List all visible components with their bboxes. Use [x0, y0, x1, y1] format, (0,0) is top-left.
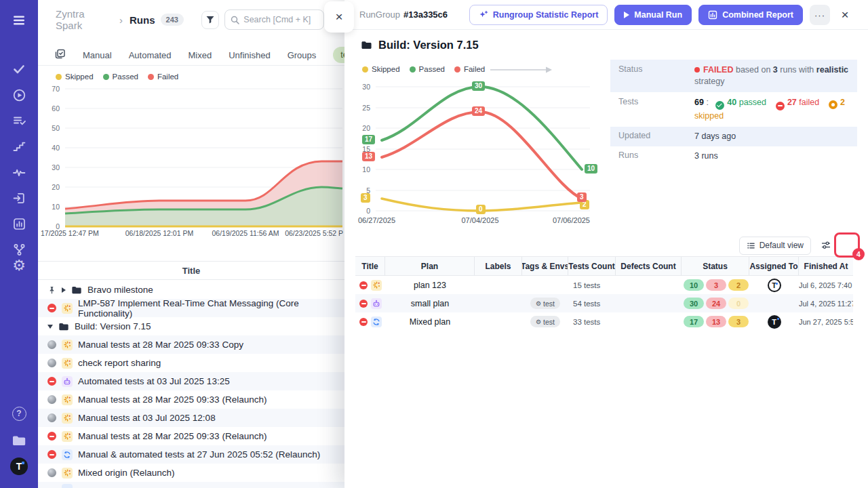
run-row-partial[interactable]	[38, 482, 344, 488]
close-drawer-button[interactable]: ×	[837, 5, 853, 25]
play-icon	[624, 12, 629, 18]
rungroup-trend-chart: Skipped Passed Failed 30 25 20 15 10 5 0	[351, 63, 604, 232]
status-label: Status	[618, 64, 694, 87]
y-tick: 30	[41, 163, 60, 171]
run-row[interactable]: check report sharing	[38, 354, 344, 372]
tab-mixed[interactable]: Mixed	[189, 50, 212, 60]
plan-name[interactable]: Mixed plan	[385, 317, 475, 327]
chevron-down-icon[interactable]	[47, 325, 53, 329]
manual-run-icon	[62, 358, 73, 369]
assignee-avatar[interactable]: T	[768, 315, 781, 329]
run-row[interactable]: Manual tests at 28 Mar 2025 09:33 Copy	[38, 336, 344, 354]
run-row[interactable]: LMP-587 Implement Real-Time Chat Messagi…	[38, 299, 344, 317]
gear-icon[interactable]: ⚙	[0, 255, 38, 277]
run-title: Manual tests at 28 Mar 2025 09:33 (Relau…	[78, 394, 267, 405]
col-finished-at[interactable]: Finished At	[799, 257, 853, 275]
tab-groups[interactable]: Groups	[288, 50, 317, 60]
updated-label: Updated	[618, 131, 694, 142]
tab-test-work-pill[interactable]: test work	[333, 47, 344, 63]
search-box[interactable]	[224, 9, 324, 30]
help-icon[interactable]: ?	[0, 404, 38, 423]
run-row[interactable]: Automated tests at 03 Jul 2025 13:25	[38, 372, 344, 390]
check-icon[interactable]	[0, 60, 38, 79]
tag-chip[interactable]: ⚙test	[530, 298, 560, 309]
play-circle-icon[interactable]	[0, 85, 38, 104]
tab-select-icon[interactable]	[54, 48, 66, 62]
tab-manual[interactable]: Manual	[83, 50, 112, 60]
run-row[interactable]: Mixed origin (Relaunch)	[38, 464, 344, 482]
sidebar: ⚙ ? T	[0, 0, 38, 488]
skipped-dot-icon	[829, 100, 837, 109]
activity-icon[interactable]	[0, 163, 38, 182]
table-view-bar: Default view	[344, 236, 857, 255]
steps-icon[interactable]	[0, 137, 38, 156]
table-row[interactable]: Mixed plan ⚙test 33 tests 17 13 3 T Jun …	[355, 312, 853, 331]
run-row[interactable]: Manual tests at 03 Jul 2025 12:08	[38, 409, 344, 427]
menu-icon[interactable]	[0, 11, 38, 30]
run-row[interactable]: Manual & automated tests at 27 Jun 2025 …	[38, 445, 344, 464]
status-pills: 30 24 0	[682, 298, 749, 309]
detail-tests-row: Tests 69 : 40 passed 27 failed 2 skipped	[610, 92, 857, 127]
combined-report-button[interactable]: Combined Report	[698, 5, 803, 25]
y-tick: 70	[41, 85, 60, 93]
manual-run-icon	[62, 303, 73, 314]
plan-name[interactable]: plan 123	[385, 281, 475, 290]
manual-run-icon	[62, 413, 73, 424]
point-label-passed: 30	[472, 81, 485, 91]
col-status[interactable]: Status	[682, 257, 749, 275]
col-title[interactable]: Title	[355, 257, 385, 275]
panel-close-button[interactable]: ×	[324, 1, 354, 33]
tests-value: 69 : 40 passed 27 failed 2 skipped	[694, 97, 845, 122]
tab-unfinished[interactable]: Unfinished	[229, 50, 270, 60]
col-plan[interactable]: Plan	[385, 257, 475, 275]
run-row[interactable]: Manual tests at 28 Mar 2025 09:33 (Relau…	[38, 390, 344, 409]
tag-chip[interactable]: ⚙test	[530, 316, 560, 327]
assignee-avatar[interactable]: T	[768, 279, 781, 292]
failed-status-icon	[359, 318, 368, 326]
failed-pill: 13	[706, 316, 726, 327]
breadcrumb-project[interactable]: Zyntra Spark	[56, 8, 113, 31]
col-tags-envs[interactable]: Tags & Envs	[522, 257, 568, 275]
chevron-right-icon[interactable]	[62, 287, 66, 293]
sign-in-icon[interactable]	[0, 188, 38, 207]
tab-automated[interactable]: Automated	[129, 50, 172, 60]
default-view-button[interactable]: Default view	[739, 237, 811, 255]
col-tests-count[interactable]: Tests Count	[568, 257, 616, 275]
run-group-row[interactable]: Build: Version 7.15	[38, 317, 344, 336]
manual-run-button[interactable]: Manual Run	[614, 5, 692, 25]
x-tick: 07/06/2025	[536, 216, 590, 224]
user-avatar[interactable]: T	[0, 457, 38, 476]
y-tick: 30	[353, 83, 370, 91]
failed-dot	[454, 66, 460, 73]
statistic-report-button[interactable]: Rungroup Statistic Report	[469, 5, 608, 25]
folder-icon[interactable]	[0, 431, 38, 450]
legend-arrow	[490, 67, 552, 73]
more-actions-button[interactable]: ···	[810, 5, 830, 25]
run-title: Automated tests at 03 Jul 2025 13:25	[78, 376, 230, 386]
list-check-icon[interactable]	[0, 111, 38, 130]
run-row[interactable]: Manual tests at 28 Mar 2025 09:33 (Relau…	[38, 427, 344, 445]
col-labels[interactable]: Labels	[475, 257, 522, 275]
y-tick: 60	[41, 104, 60, 113]
y-tick: 25	[353, 104, 370, 112]
runs-tabs: Manual Automated Mixed Unfinished Groups…	[38, 45, 344, 66]
y-tick: 20	[353, 124, 370, 132]
table-row[interactable]: small plan ⚙test 54 tests 30 24 0 Jul 4,…	[355, 294, 853, 312]
finished-at: Jul 6, 2025 7:40	[799, 281, 853, 289]
filter-button[interactable]	[201, 11, 219, 29]
col-defects-count[interactable]: Defects Count	[616, 257, 682, 275]
mixed-run-icon	[371, 317, 382, 327]
mixed-run-icon	[62, 449, 73, 460]
run-group-row[interactable]: Bravo milestone	[38, 281, 344, 299]
skipped-pill: 2	[728, 279, 749, 291]
table-row[interactable]: plan 123 15 tests 10 3 2 T Jul 6, 2025 7…	[355, 276, 853, 294]
report-chart-icon	[708, 10, 717, 20]
col-assigned-to[interactable]: Assigned To	[749, 257, 799, 275]
plan-name[interactable]: small plan	[385, 299, 475, 308]
bar-chart-icon[interactable]	[0, 214, 38, 233]
x-tick: 06/18/2025 12:01 PM	[119, 229, 200, 237]
finished-status-icon	[47, 468, 56, 477]
table-settings-button[interactable]	[816, 236, 835, 255]
search-input[interactable]	[243, 15, 318, 24]
run-title: Manual & automated tests at 27 Jun 2025 …	[78, 449, 320, 460]
